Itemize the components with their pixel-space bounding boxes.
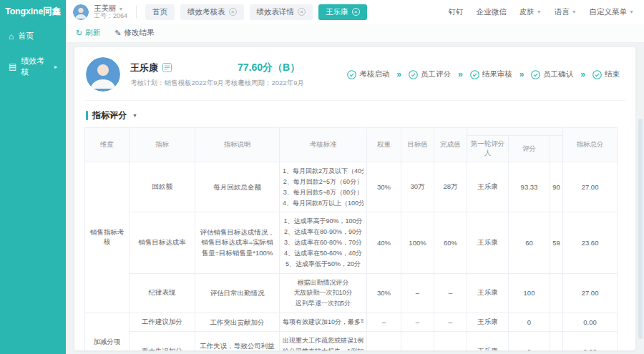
tab-table-detail[interactable]: 绩效表详情 × bbox=[250, 4, 313, 20]
check-circle-icon bbox=[409, 70, 418, 79]
dimension-cell: 销售指标考核 bbox=[85, 162, 130, 313]
appraisal-period: 考核周期：2022年9月 bbox=[238, 79, 304, 88]
target-cell: – bbox=[401, 273, 434, 313]
step-separator: » bbox=[396, 69, 401, 79]
check-circle-icon bbox=[592, 70, 602, 79]
tab-wanglekang[interactable]: 王乐康 × bbox=[318, 4, 367, 20]
refresh-button[interactable]: ↻ 刷新 bbox=[76, 28, 100, 38]
indicator-cell: 销售目标达成率 bbox=[130, 212, 195, 273]
user-avatar[interactable] bbox=[73, 4, 89, 20]
table-row: 销售目标达成率评估销售目标达成情况，销售目标达成率=实际销售量÷目标销售量*10… bbox=[85, 212, 618, 273]
col-description: 指标说明 bbox=[195, 128, 280, 162]
score-cell: 60 bbox=[509, 212, 550, 273]
weight-cell: 40% bbox=[367, 212, 401, 273]
workflow-steps: 考核启动 » 员工评分 » 结果审核 » 员工确认 bbox=[347, 69, 624, 79]
col-weight: 权重 bbox=[367, 128, 401, 162]
standard-cell: 每项有效建议加10分，最多可加20分 bbox=[280, 313, 367, 332]
main-area: ↻ 刷新 ✎ 修改结果 王乐康 bbox=[66, 24, 644, 354]
col-score: 评分 bbox=[509, 136, 550, 162]
sidebar-item-label: 首页 bbox=[18, 31, 34, 41]
tab-appraisal-table[interactable]: 绩效考核表 × bbox=[180, 4, 244, 20]
actual-cell: 28万 bbox=[434, 162, 467, 212]
profile-row: 王乐康 77.60分（B） 考核计划：销售模板2022年9月考核表 考核周期：2… bbox=[84, 56, 625, 101]
sidebar-item-performance[interactable]: ▤ 绩效考核 ▸ bbox=[0, 49, 66, 84]
clipboard-icon: ▤ bbox=[9, 62, 16, 71]
target-cell: – bbox=[401, 313, 434, 332]
description-cell: 评估日常出勤情况 bbox=[195, 273, 280, 313]
target-cell: – bbox=[401, 332, 434, 350]
chevron-down-icon: ▼ bbox=[572, 9, 577, 14]
actual-cell: – bbox=[434, 273, 467, 313]
col-dimension: 维度 bbox=[85, 128, 130, 162]
standard-cell: 根据出勤情况评分无故缺勤一次扣10分迟到早退一次扣5分 bbox=[280, 273, 367, 313]
close-icon[interactable]: × bbox=[229, 8, 237, 16]
step-employee-confirm: 员工确认 bbox=[531, 69, 573, 79]
description-cell: 工作失误，导致公司利益损失扣分 bbox=[195, 332, 280, 350]
col-first-round-scorer: 第一轮评分人 bbox=[467, 136, 509, 162]
score-cell: 93.33 bbox=[509, 162, 550, 212]
topbar: 王美丽▼ 工号：2064 首页 绩效考核表 × 绩效表详情 × 王乐康 × 钉钉… bbox=[66, 0, 644, 24]
menu-custom[interactable]: 自定义菜单▼ bbox=[590, 7, 634, 17]
tab-label: 绩效考核表 bbox=[187, 7, 225, 17]
weight-cell: – bbox=[367, 313, 401, 332]
standard-cell: 1、达成率高于90%，100分2、达成率在80-90%，90分3、达成率在60-… bbox=[280, 212, 367, 273]
score-cell: 0 bbox=[509, 332, 550, 350]
employee-id: 工号：2064 bbox=[94, 12, 127, 19]
user-info[interactable]: 王美丽▼ 工号：2064 bbox=[94, 4, 127, 19]
indicator-cell: 回款额 bbox=[130, 162, 195, 212]
user-name: 王美丽 bbox=[94, 4, 117, 12]
col-clipped bbox=[550, 136, 563, 162]
menu-dingtalk[interactable]: 钉钉 bbox=[449, 7, 464, 17]
col-indicator-total: 指标总分 bbox=[563, 128, 618, 162]
indicator-total-cell: 23.60 bbox=[563, 212, 618, 273]
toolbar: ↻ 刷新 ✎ 修改结果 bbox=[66, 24, 644, 43]
check-circle-icon bbox=[347, 70, 356, 79]
close-icon[interactable]: × bbox=[298, 8, 306, 16]
divider bbox=[136, 6, 137, 19]
modify-result-button[interactable]: ✎ 修改结果 bbox=[114, 28, 154, 38]
scorer-cell: 王乐康 bbox=[467, 212, 509, 273]
tab-label: 王乐康 bbox=[326, 7, 348, 17]
home-icon: ⌂ bbox=[9, 32, 14, 41]
vertical-scrollbar[interactable] bbox=[638, 119, 643, 339]
tab-home[interactable]: 首页 bbox=[145, 4, 175, 20]
scorer-cell: 王乐康 bbox=[467, 162, 509, 212]
table-header-row: 维度 指标 指标说明 考核标准 权重 目标值 完成值 指标总分 bbox=[85, 128, 618, 136]
menu-language[interactable]: 语言▼ bbox=[555, 7, 577, 17]
scorer-cell: 王乐康 bbox=[467, 273, 509, 313]
total-score-badge: 77.60分（B） bbox=[238, 62, 304, 74]
description-cell: 评估销售目标达成情况，销售目标达成率=实际销售量÷目标销售量*100% bbox=[195, 212, 280, 273]
tab-label: 绩效表详情 bbox=[257, 7, 295, 17]
weight-cell: 30% bbox=[367, 162, 401, 212]
employee-name: 王乐康 bbox=[130, 62, 158, 74]
table-row: 销售指标考核回款额每月回款总金额1、每月回款2万及以下（40分）2、每月回款2~… bbox=[85, 162, 618, 212]
table-row: 纪律表现评估日常出勤情况根据出勤情况评分无故缺勤一次扣10分迟到早退一次扣5分3… bbox=[85, 273, 618, 313]
indicator-total-cell: 0.00 bbox=[563, 332, 618, 350]
clipped-cell bbox=[550, 332, 563, 350]
step-separator: » bbox=[458, 69, 463, 79]
close-icon[interactable]: × bbox=[352, 8, 360, 16]
target-cell: 100% bbox=[401, 212, 434, 273]
tab-label: 首页 bbox=[152, 7, 167, 17]
indicator-cell: 重大失误扣分 bbox=[130, 332, 195, 350]
tab-bar: 首页 绩效考核表 × 绩效表详情 × 王乐康 × bbox=[145, 4, 367, 20]
profile-info: 王乐康 77.60分（B） 考核计划：销售模板2022年9月考核表 考核周期：2… bbox=[130, 62, 304, 88]
target-cell: 30万 bbox=[401, 162, 434, 212]
step-separator: » bbox=[519, 69, 525, 79]
actual-cell: 60% bbox=[434, 212, 467, 273]
actual-cell: – bbox=[434, 332, 467, 350]
section-indicator-scoring[interactable]: 指标评分 ▼ bbox=[86, 109, 624, 122]
topbar-menu: 钉钉 企业微信 皮肤▼ 语言▼ 自定义菜单▼ bbox=[449, 7, 634, 17]
step-separator: » bbox=[580, 69, 585, 79]
detail-doc-icon[interactable] bbox=[162, 63, 172, 72]
description-cell: 每月回款总金额 bbox=[195, 162, 280, 212]
sidebar-item-home[interactable]: ⌂ 首页 bbox=[0, 24, 66, 49]
score-cell: 0 bbox=[509, 313, 550, 332]
section-accent-bar bbox=[86, 111, 88, 120]
menu-skin[interactable]: 皮肤▼ bbox=[519, 7, 542, 17]
clipped-cell: 59 bbox=[550, 212, 563, 273]
step-start: 考核启动 bbox=[347, 69, 389, 79]
score-cell: 100 bbox=[509, 273, 550, 313]
scorer-cell: 王乐康 bbox=[467, 313, 509, 332]
menu-wecom[interactable]: 企业微信 bbox=[477, 7, 507, 17]
